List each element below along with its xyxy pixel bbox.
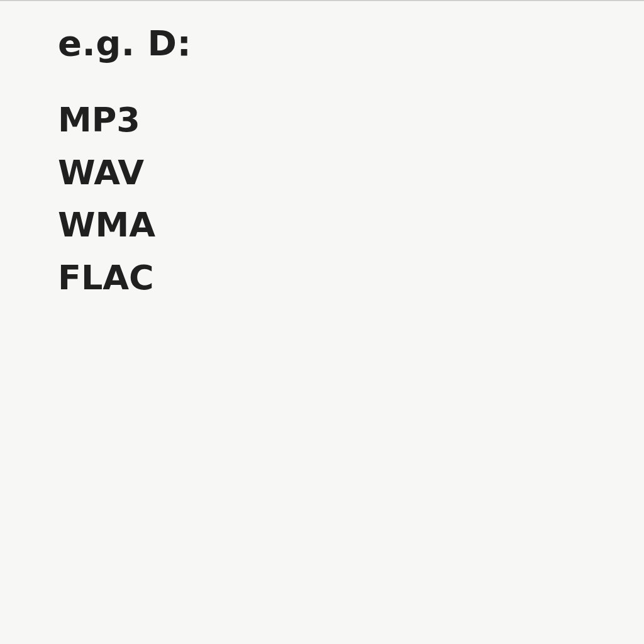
format-option-mp3[interactable]: MP3: [58, 94, 192, 147]
format-option-flac[interactable]: FLAC: [58, 252, 192, 304]
top-divider: [0, 0, 644, 2]
format-selection-panel: e.g. D: MP3 WAV WMA FLAC: [58, 23, 192, 304]
drive-placeholder-label: e.g. D:: [58, 23, 192, 64]
format-option-wav[interactable]: WAV: [58, 147, 192, 199]
format-option-wma[interactable]: WMA: [58, 199, 192, 252]
audio-format-list: MP3 WAV WMA FLAC: [58, 94, 192, 304]
